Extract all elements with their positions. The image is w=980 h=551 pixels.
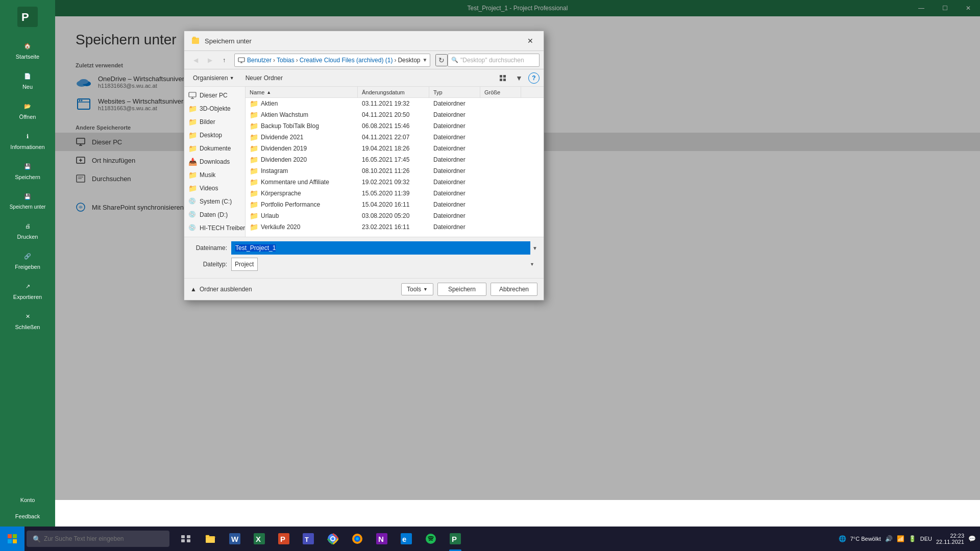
folder-desktop-icon: 📁	[188, 131, 197, 139]
panel-item-downloads[interactable]: 📥 Downloads	[184, 155, 245, 168]
taskbar-chrome[interactable]	[321, 527, 345, 551]
dialog-close-button[interactable]: ✕	[523, 35, 537, 46]
breadcrumb-benutzer[interactable]: Benutzer	[247, 57, 272, 64]
panel-item-hitech[interactable]: 💿 HI-TECH Treiber	[184, 221, 245, 235]
filename-dropdown-arrow[interactable]: ▼	[532, 245, 537, 251]
breadcrumb-tobias[interactable]: Tobias	[277, 57, 295, 64]
panel-item-videos[interactable]: 📁 Videos	[184, 182, 245, 195]
file-row[interactable]: 📁 Körpersprache 15.05.2020 11:39 Dateior…	[246, 188, 544, 199]
panel-item-bilder[interactable]: 📁 Bilder	[184, 115, 245, 129]
taskbar-powerpoint[interactable]: P	[272, 527, 296, 551]
breadcrumb-dropdown-arrow[interactable]: ▼	[422, 57, 427, 63]
volume-icon[interactable]: 🔊	[885, 535, 893, 542]
refresh-button[interactable]: ↻	[435, 54, 448, 66]
svg-rect-37	[181, 539, 185, 542]
file-row[interactable]: 📁 Dividenden 2019 19.04.2021 18:26 Datei…	[246, 143, 544, 154]
sidebar-item-schliessen[interactable]: ✕ Schließen	[0, 305, 55, 335]
sidebar: P 🏠 Startseite 📄 Neu 📂 Öffnen ℹ Informat…	[0, 0, 55, 551]
home-icon: 🏠	[21, 40, 34, 52]
nav-search-box[interactable]: 🔍 "Desktop" durchsuchen	[448, 54, 540, 67]
notifications-icon[interactable]: 💬	[968, 535, 976, 542]
view-dropdown-button[interactable]: ▼	[512, 71, 526, 85]
panel-item-daten-d[interactable]: 💿 Daten (D:)	[184, 208, 245, 221]
taskbar-edge[interactable]: e	[394, 527, 419, 551]
help-button[interactable]: ?	[528, 72, 540, 84]
nav-forward-button[interactable]: ▶	[203, 53, 217, 67]
speichern-button[interactable]: Speichern	[437, 283, 486, 296]
panel-item-system-c[interactable]: 💿 System (C:)	[184, 195, 245, 208]
col-header-date[interactable]: Änderungsdatum	[358, 87, 429, 97]
taskbar-search-input[interactable]	[44, 535, 156, 542]
panel-item-musik[interactable]: 📁 Musik	[184, 168, 245, 182]
file-row[interactable]: 📁 Backup TobiTalk Blog 06.08.2021 15:46 …	[246, 120, 544, 132]
sidebar-item-speichern-unter[interactable]: 💾 Speichern unter	[0, 185, 55, 215]
hide-folders-button[interactable]: ▲ Ordner ausblenden	[190, 286, 252, 293]
sidebar-item-feedback[interactable]: Feedback	[0, 508, 55, 524]
sidebar-item-oeffnen[interactable]: 📂 Öffnen	[0, 95, 55, 125]
taskbar-explorer[interactable]	[198, 527, 223, 551]
dialog-title-icon	[190, 36, 201, 46]
file-row[interactable]: 📁 Aktien 03.11.2021 19:32 Dateiordner	[246, 98, 544, 109]
svg-point-51	[331, 537, 334, 540]
sidebar-item-startseite[interactable]: 🏠 Startseite	[0, 35, 55, 65]
taskbar-taskview[interactable]	[174, 527, 198, 551]
panel-item-desktop[interactable]: 📁 Desktop	[184, 129, 245, 142]
file-cell-date: 19.04.2021 18:26	[358, 145, 429, 152]
sidebar-item-neu[interactable]: 📄 Neu	[0, 65, 55, 95]
taskbar-teams[interactable]: T	[296, 527, 321, 551]
sidebar-item-freigeben[interactable]: 🔗 Freigeben	[0, 245, 55, 275]
taskbar-spotify[interactable]	[419, 527, 443, 551]
file-row[interactable]: 📁 Dividenden 2020 16.05.2021 17:45 Datei…	[246, 154, 544, 165]
view-options-button[interactable]	[496, 71, 510, 85]
filename-input[interactable]	[231, 241, 530, 255]
breadcrumb-bar[interactable]: Benutzer › Tobias › Creative Cloud Files…	[234, 54, 430, 67]
tools-button[interactable]: Tools ▼	[401, 283, 433, 295]
organisieren-button[interactable]: Organisieren ▼	[188, 72, 239, 84]
battery-icon[interactable]: 🔋	[909, 535, 916, 542]
panel-item-3d-objekte[interactable]: 📁 3D-Objekte	[184, 102, 245, 115]
svg-rect-28	[189, 92, 196, 97]
sidebar-item-exportieren[interactable]: ↗ Exportieren	[0, 275, 55, 305]
nav-back-button[interactable]: ◀	[188, 53, 203, 67]
file-row[interactable]: 📁 Verkäufe 2020 23.02.2021 16:11 Dateior…	[246, 221, 544, 233]
taskbar-firefox[interactable]	[345, 527, 370, 551]
sidebar-item-speichern[interactable]: 💾 Speichern	[0, 155, 55, 185]
file-cell-name: 📁 Dividenden 2020	[246, 156, 358, 164]
col-header-name[interactable]: Name ▲	[246, 87, 358, 97]
svg-rect-34	[13, 539, 17, 543]
network-wifi-icon[interactable]: 📶	[897, 535, 904, 542]
col-header-size[interactable]: Größe	[480, 87, 521, 97]
network-icon[interactable]: 🌐	[839, 535, 846, 542]
file-row[interactable]: 📁 Dividende 2021 04.11.2021 22:07 Dateio…	[246, 132, 544, 143]
sidebar-item-konto[interactable]: Konto	[0, 492, 55, 508]
filetype-select[interactable]: Project	[231, 258, 258, 271]
app-logo: P	[12, 4, 43, 30]
breadcrumb-creative-cloud[interactable]: Creative Cloud Files (archived) (1)	[300, 57, 393, 64]
taskbar-onenote[interactable]: N	[370, 527, 394, 551]
file-cell-date: 04.11.2021 22:07	[358, 134, 429, 141]
file-row[interactable]: 📁 Portfolio Performance 15.04.2020 16:11…	[246, 199, 544, 210]
abbrechen-button[interactable]: Abbrechen	[491, 283, 537, 296]
taskbar-word[interactable]: W	[223, 527, 247, 551]
panel-item-dieser-pc[interactable]: Dieser PC	[184, 89, 245, 102]
taskbar-clock[interactable]: 22:23 22.11.2021	[936, 533, 964, 545]
sidebar-item-drucken[interactable]: 🖨 Drucken	[0, 215, 55, 245]
nav-up-button[interactable]: ↑	[217, 53, 231, 67]
file-cell-name: 📁 Aktien Wachstum	[246, 111, 358, 119]
taskbar-search-box[interactable]: 🔍	[27, 531, 169, 547]
folder-icon: 📁	[250, 189, 258, 197]
folder-icon: 📁	[250, 178, 258, 186]
file-row[interactable]: 📁 Urlaub 03.08.2020 05:20 Dateiordner	[246, 210, 544, 221]
file-row[interactable]: 📁 Aktien Wachstum 04.11.2021 20:50 Datei…	[246, 109, 544, 120]
dialog-toolbar: Organisieren ▼ Neuer Ordner ▼ ?	[184, 69, 544, 87]
taskbar-excel[interactable]: X	[247, 527, 272, 551]
file-row[interactable]: 📁 Instagram 08.10.2021 11:26 Dateiordner	[246, 165, 544, 177]
taskbar-project[interactable]: P	[443, 527, 468, 551]
neuer-ordner-button[interactable]: Neuer Ordner	[241, 72, 287, 84]
svg-rect-31	[8, 534, 12, 538]
sidebar-item-informationen[interactable]: ℹ Informationen	[0, 125, 55, 155]
panel-item-dokumente[interactable]: 📁 Dokumente	[184, 142, 245, 155]
col-header-type[interactable]: Typ	[429, 87, 480, 97]
start-button[interactable]	[0, 527, 24, 551]
file-row[interactable]: 📁 Kommentare und Affiliate 19.02.2021 09…	[246, 177, 544, 188]
